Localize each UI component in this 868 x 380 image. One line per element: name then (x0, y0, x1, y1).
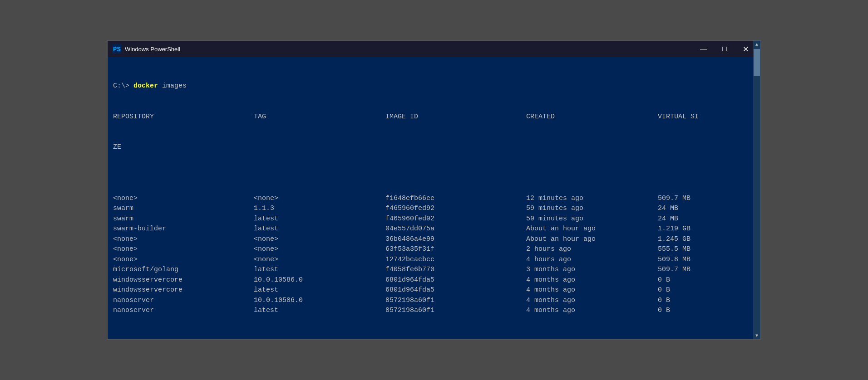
cell-tag: <none> (254, 255, 385, 265)
cell-size: 0 B (658, 286, 670, 294)
cell-repository: <none> (113, 234, 254, 245)
maximize-button[interactable]: □ (714, 41, 735, 57)
cell-created: 59 minutes ago (526, 214, 658, 224)
scrollbar-thumb[interactable] (754, 49, 760, 76)
cell-size: 0 B (658, 276, 670, 284)
col-imageid: IMAGE ID (385, 112, 526, 122)
command-line: C:\> docker images (113, 81, 755, 92)
cell-tag: latest (254, 265, 385, 275)
cell-repository: nanoserver (113, 306, 254, 316)
table-row: swarmlatestf465960fed9259 minutes ago24 … (113, 214, 755, 224)
cell-size: 509.7 MB (658, 195, 690, 202)
cell-imageid: 36b0486a4e99 (385, 234, 526, 245)
table-row: <none><none>12742bcacbcc4 hours ago509.8… (113, 255, 755, 265)
cell-imageid: 12742bcacbcc (385, 255, 526, 265)
cell-tag: <none> (254, 244, 385, 255)
cell-size: 24 MB (658, 205, 678, 212)
table-header: REPOSITORY TAG IMAGE ID CREATED VIRTUAL … (113, 112, 755, 122)
cell-repository: <none> (113, 255, 254, 265)
prompt: C:\> (113, 82, 133, 90)
cell-imageid: 8572198a60f1 (385, 296, 526, 306)
cell-imageid: 63f53a35f31f (385, 244, 526, 255)
col-size: VIRTUAL SI (658, 113, 699, 121)
cell-repository: <none> (113, 244, 254, 255)
window-controls: — □ ✕ (693, 41, 756, 57)
table-row: windowsservercore10.0.10586.06801d964fda… (113, 275, 755, 286)
cell-size: 24 MB (658, 215, 678, 223)
powershell-icon: PS (112, 44, 121, 54)
cell-tag: 1.1.3 (254, 204, 385, 214)
cell-created: 59 minutes ago (526, 204, 658, 214)
cell-repository: windowsservercore (113, 275, 254, 286)
cell-tag: <none> (254, 234, 385, 245)
cell-imageid: f465960fed92 (385, 204, 526, 214)
cell-created: 12 minutes ago (526, 194, 658, 204)
col-repository: REPOSITORY (113, 112, 254, 122)
command-args: images (158, 82, 187, 90)
cell-created: 4 months ago (526, 285, 658, 296)
cell-tag: 10.0.10586.0 (254, 296, 385, 306)
table-row: nanoserver10.0.10586.08572198a60f14 mont… (113, 296, 755, 306)
cell-repository: swarm (113, 204, 254, 214)
cell-repository: swarm (113, 214, 254, 224)
cell-imageid: f465960fed92 (385, 214, 526, 224)
scroll-up-arrow[interactable]: ▲ (753, 41, 760, 48)
cell-repository: nanoserver (113, 296, 254, 306)
terminal-body[interactable]: C:\> docker images REPOSITORY TAG IMAGE … (108, 57, 760, 339)
cell-imageid: f1648efb66ee (385, 194, 526, 204)
cell-created: About an hour ago (526, 234, 658, 245)
cell-tag: <none> (254, 194, 385, 204)
cell-size: 509.7 MB (658, 266, 690, 273)
cell-size: 0 B (658, 307, 670, 314)
cell-tag: latest (254, 306, 385, 316)
cell-size: 1.219 GB (658, 225, 690, 233)
cell-created: 3 months ago (526, 265, 658, 275)
cell-size: 509.8 MB (658, 256, 690, 263)
ze-row: ZE (113, 142, 755, 153)
cell-tag: latest (254, 214, 385, 224)
cell-created: 4 months ago (526, 275, 658, 286)
cell-imageid: 04e557dd075a (385, 224, 526, 234)
cell-repository: <none> (113, 194, 254, 204)
table-row: swarm1.1.3f465960fed9259 minutes ago24 M… (113, 204, 755, 214)
cell-created: 2 hours ago (526, 244, 658, 255)
col-created: CREATED (526, 112, 658, 122)
titlebar: PS Windows PowerShell — □ ✕ (108, 41, 760, 57)
table-row: <none><none>36b0486a4e99About an hour ag… (113, 234, 755, 245)
cell-imageid: 6801d964fda5 (385, 285, 526, 296)
table-row: nanoserverlatest8572198a60f14 months ago… (113, 306, 755, 316)
cell-repository: windowsservercore (113, 285, 254, 296)
cell-imageid: f4058fe6b770 (385, 265, 526, 275)
table-row: <none><none>f1648efb66ee12 minutes ago50… (113, 194, 755, 204)
col-tag: TAG (254, 112, 385, 122)
cell-tag: 10.0.10586.0 (254, 275, 385, 286)
table-row: swarm-builderlatest04e557dd075aAbout an … (113, 224, 755, 234)
cell-repository: swarm-builder (113, 224, 254, 234)
cell-tag: latest (254, 285, 385, 296)
cell-size: 1.245 GB (658, 235, 690, 243)
cell-size: 555.5 MB (658, 245, 690, 253)
cell-created: About an hour ago (526, 224, 658, 234)
table-row: <none><none>63f53a35f31f2 hours ago555.5… (113, 244, 755, 255)
table-row: windowsservercorelatest6801d964fda54 mon… (113, 285, 755, 296)
svg-text:PS: PS (113, 46, 121, 53)
cell-imageid: 8572198a60f1 (385, 306, 526, 316)
scroll-down-arrow[interactable]: ▼ (753, 332, 760, 339)
window-title: Windows PowerShell (125, 46, 693, 53)
cell-created: 4 hours ago (526, 255, 658, 265)
cell-created: 4 months ago (526, 306, 658, 316)
table-row: microsoft/golanglatestf4058fe6b7703 mont… (113, 265, 755, 275)
cell-imageid: 6801d964fda5 (385, 275, 526, 286)
scrollbar[interactable]: ▲ ▼ (753, 41, 760, 339)
minimize-button[interactable]: — (693, 41, 714, 57)
table-rows: <none><none>f1648efb66ee12 minutes ago50… (113, 194, 755, 316)
cell-size: 0 B (658, 297, 670, 304)
docker-keyword: docker (133, 82, 158, 90)
cell-created: 4 months ago (526, 296, 658, 306)
powershell-window: PS Windows PowerShell — □ ✕ C:\> docker … (107, 40, 761, 340)
cell-repository: microsoft/golang (113, 265, 254, 275)
cell-tag: latest (254, 224, 385, 234)
